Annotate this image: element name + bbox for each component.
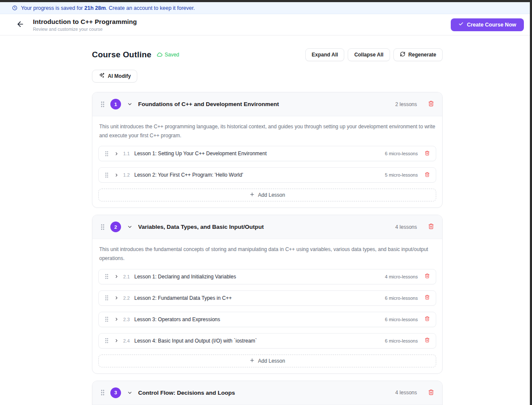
- regenerate-button[interactable]: Regenerate: [393, 48, 443, 61]
- lesson-row[interactable]: 2.2 Lesson 2: Fundamental Data Types in …: [98, 290, 436, 306]
- drag-handle-icon[interactable]: [104, 337, 109, 344]
- unit-title: Control Flow: Decisions and Loops: [138, 390, 235, 396]
- delete-lesson-button[interactable]: [424, 150, 431, 158]
- unit-description: This unit introduces the C++ programming…: [99, 122, 435, 140]
- lesson-title: Lesson 1: Setting Up Your C++ Developmen…: [134, 151, 267, 157]
- unit-lesson-count: 2 lessons: [395, 101, 417, 107]
- chevron-right-icon[interactable]: [113, 151, 120, 157]
- lesson-title: Lesson 4: Basic Input and Output (I/O) w…: [134, 338, 257, 344]
- refresh-icon: [400, 51, 405, 58]
- delete-lesson-button[interactable]: [424, 294, 431, 302]
- unit-lesson-count: 4 lessons: [395, 390, 417, 396]
- outline-title: Course Outline: [92, 50, 151, 59]
- lesson-micro-count: 6 micro-lessons: [385, 338, 418, 343]
- main-content: Course Outline Saved Expand All Collapse…: [0, 35, 532, 405]
- unit-title: Foundations of C++ and Development Envir…: [138, 101, 279, 107]
- delete-lesson-button[interactable]: [424, 272, 431, 281]
- trash-icon: [425, 151, 430, 157]
- window-edge: [530, 2, 532, 405]
- trash-icon: [425, 295, 430, 301]
- lesson-number: 2.1: [123, 274, 131, 279]
- delete-unit-button[interactable]: [427, 222, 435, 231]
- lessons-list: 1.1 Lesson 1: Setting Up Your C++ Develo…: [98, 146, 436, 201]
- ai-modify-button[interactable]: AI Modify: [92, 70, 137, 83]
- lesson-number: 2.4: [123, 338, 131, 343]
- delete-unit-button[interactable]: [427, 100, 435, 109]
- add-lesson-button[interactable]: Add Lesson: [98, 355, 436, 367]
- check-icon: [458, 21, 464, 28]
- chevron-right-icon[interactable]: [113, 172, 120, 178]
- plus-icon: [249, 358, 255, 364]
- delete-unit-button[interactable]: [427, 388, 435, 397]
- drag-handle-icon[interactable]: [100, 223, 106, 231]
- unit-card: 1 Foundations of C++ and Development Env…: [92, 92, 443, 208]
- drag-handle-icon[interactable]: [104, 171, 109, 179]
- drag-handle-icon[interactable]: [104, 294, 109, 302]
- lesson-micro-count: 4 micro-lessons: [385, 274, 418, 279]
- delete-lesson-button[interactable]: [424, 315, 431, 323]
- page-subtitle: Review and customize your course: [33, 27, 137, 32]
- lesson-number: 1.2: [123, 172, 131, 177]
- delete-lesson-button[interactable]: [424, 171, 431, 179]
- page-title: Introduction to C++ Programming: [33, 18, 137, 25]
- lesson-title: Lesson 2: Your First C++ Program: 'Hello…: [134, 172, 243, 178]
- unit-body: This unit introduces the fundamental con…: [92, 239, 442, 373]
- chevron-right-icon[interactable]: [113, 273, 120, 280]
- unit-card: 2 Variables, Data Types, and Basic Input…: [92, 215, 443, 373]
- clock-icon: [12, 5, 18, 11]
- unit-header[interactable]: 3 Control Flow: Decisions and Loops 4 le…: [92, 381, 442, 405]
- trash-icon: [428, 389, 434, 396]
- unit-body: This unit introduces the C++ programming…: [92, 116, 442, 207]
- lesson-micro-count: 6 micro-lessons: [385, 296, 418, 301]
- drag-handle-icon[interactable]: [104, 150, 109, 157]
- cloud-icon: [157, 52, 163, 58]
- add-lesson-label: Add Lesson: [258, 192, 285, 198]
- drag-handle-icon[interactable]: [104, 316, 109, 323]
- banner-duration: 21h 28m: [84, 5, 106, 11]
- expand-all-button[interactable]: Expand All: [305, 48, 345, 61]
- unit-description: This unit introduces the fundamental con…: [99, 245, 435, 263]
- unit-number-badge: 3: [110, 387, 121, 398]
- lesson-title: Lesson 3: Operators and Expressions: [134, 316, 220, 322]
- drag-handle-icon[interactable]: [100, 101, 106, 108]
- unit-number-badge: 1: [110, 99, 121, 109]
- lesson-row[interactable]: 2.3 Lesson 3: Operators and Expressions …: [98, 312, 436, 327]
- delete-lesson-button[interactable]: [424, 337, 431, 345]
- chevron-down-icon[interactable]: [126, 101, 133, 108]
- chevron-right-icon[interactable]: [113, 295, 120, 301]
- unit-header[interactable]: 1 Foundations of C++ and Development Env…: [92, 92, 442, 116]
- lesson-micro-count: 6 micro-lessons: [385, 151, 418, 156]
- collapse-all-button[interactable]: Collapse All: [348, 48, 390, 61]
- plus-icon: [249, 192, 255, 198]
- trash-icon: [425, 337, 430, 344]
- lesson-row[interactable]: 2.4 Lesson 4: Basic Input and Output (I/…: [98, 333, 436, 349]
- chevron-right-icon[interactable]: [113, 316, 120, 322]
- add-lesson-button[interactable]: Add Lesson: [98, 189, 436, 201]
- lesson-title: Lesson 2: Fundamental Data Types in C++: [134, 295, 232, 301]
- chevron-down-icon[interactable]: [126, 223, 133, 231]
- drag-handle-icon[interactable]: [104, 273, 109, 280]
- unit-header[interactable]: 2 Variables, Data Types, and Basic Input…: [92, 215, 442, 239]
- create-course-button[interactable]: Create Course Now: [451, 18, 524, 31]
- back-arrow-icon: [16, 20, 24, 30]
- lesson-number: 1.1: [123, 151, 131, 156]
- trash-icon: [425, 316, 430, 322]
- trash-icon: [428, 223, 434, 231]
- lesson-title: Lesson 1: Declaring and Initializing Var…: [134, 274, 236, 280]
- back-button[interactable]: [15, 18, 26, 31]
- drag-handle-icon[interactable]: [100, 389, 106, 396]
- lesson-row[interactable]: 1.1 Lesson 1: Setting Up Your C++ Develo…: [98, 146, 436, 161]
- add-lesson-label: Add Lesson: [258, 358, 285, 364]
- unit-number-badge: 2: [110, 222, 121, 232]
- header-titles: Introduction to C++ Programming Review a…: [33, 18, 137, 32]
- chevron-down-icon[interactable]: [126, 389, 133, 396]
- lesson-row[interactable]: 1.2 Lesson 2: Your First C++ Program: 'H…: [98, 167, 436, 183]
- trash-icon: [425, 172, 430, 178]
- chevron-right-icon[interactable]: [113, 337, 120, 344]
- units-list: 1 Foundations of C++ and Development Env…: [92, 92, 443, 405]
- lesson-row[interactable]: 2.1 Lesson 1: Declaring and Initializing…: [98, 269, 436, 284]
- lesson-micro-count: 5 micro-lessons: [385, 172, 418, 177]
- saved-status-badge: Saved: [157, 52, 179, 58]
- lessons-list: 2.1 Lesson 1: Declaring and Initializing…: [98, 269, 436, 367]
- trash-icon: [428, 101, 434, 108]
